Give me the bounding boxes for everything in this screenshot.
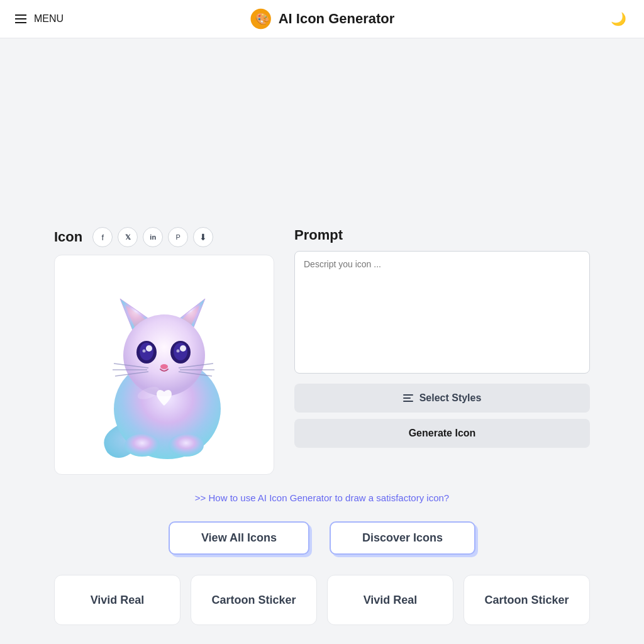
linkedin-share-button[interactable]: in xyxy=(143,227,163,247)
style-card-1[interactable]: Cartoon Sticker xyxy=(191,575,317,625)
menu-button[interactable]: MENU xyxy=(15,13,64,25)
style-card-label-1: Cartoon Sticker xyxy=(211,594,296,607)
svg-point-13 xyxy=(177,350,180,353)
icon-preview-box xyxy=(54,255,274,475)
prompt-panel: Prompt Select Styles Generate Icon xyxy=(294,227,590,448)
generate-icon-button[interactable]: Generate Icon xyxy=(294,419,590,448)
discover-label: Discover Icons xyxy=(362,531,443,544)
twitter-share-button[interactable]: 𝕏 xyxy=(118,227,138,247)
header: MENU 🎨 AI Icon Generator 🌙 xyxy=(0,0,644,38)
header-center: 🎨 AI Icon Generator xyxy=(250,8,395,30)
pinterest-share-button[interactable]: P xyxy=(168,227,188,247)
svg-point-5 xyxy=(123,314,205,396)
select-styles-button[interactable]: Select Styles xyxy=(294,384,590,413)
hamburger-icon xyxy=(15,14,26,23)
style-card-3[interactable]: Cartoon Sticker xyxy=(464,575,590,625)
discover-icons-button[interactable]: Discover Icons xyxy=(330,521,475,555)
download-button[interactable]: ⬇ xyxy=(193,227,213,247)
icon-panel-header: Icon f 𝕏 in P ⬇ xyxy=(54,227,274,247)
app-logo-icon: 🎨 xyxy=(250,8,272,30)
svg-point-11 xyxy=(174,343,187,360)
prompt-title: Prompt xyxy=(294,227,590,243)
app-title: AI Icon Generator xyxy=(279,11,395,27)
cat-preview-image xyxy=(76,270,252,459)
view-all-label: View All Icons xyxy=(201,531,277,544)
icon-panel: Icon f 𝕏 in P ⬇ xyxy=(54,227,274,475)
icon-panel-title: Icon xyxy=(54,229,82,245)
style-card-label-0: Vivid Real xyxy=(91,594,145,607)
view-all-icons-button[interactable]: View All Icons xyxy=(169,521,309,555)
generator-section: Icon f 𝕏 in P ⬇ xyxy=(54,227,590,475)
social-share-group: f 𝕏 in P ⬇ xyxy=(92,227,213,247)
style-card-2[interactable]: Vivid Real xyxy=(327,575,453,625)
svg-point-4 xyxy=(169,434,204,457)
svg-point-8 xyxy=(146,345,152,352)
svg-point-12 xyxy=(180,345,186,352)
how-to-link[interactable]: >> How to use AI Icon Generator to draw … xyxy=(195,492,449,503)
main-content: Icon f 𝕏 in P ⬇ xyxy=(39,214,605,644)
svg-point-7 xyxy=(140,343,153,360)
style-card-label-3: Cartoon Sticker xyxy=(484,594,569,607)
style-cards-row: Vivid Real Cartoon Sticker Vivid Real Ca… xyxy=(54,575,590,625)
dark-mode-button[interactable]: 🌙 xyxy=(608,9,629,29)
generate-label: Generate Icon xyxy=(409,428,476,438)
svg-point-3 xyxy=(125,434,160,457)
facebook-share-button[interactable]: f xyxy=(92,227,113,247)
svg-point-9 xyxy=(143,350,146,353)
action-buttons-group: View All Icons Discover Icons xyxy=(54,521,590,555)
svg-point-14 xyxy=(160,364,168,369)
ad-banner xyxy=(0,38,644,214)
svg-text:🎨: 🎨 xyxy=(255,12,270,26)
prompt-textarea[interactable] xyxy=(294,251,590,374)
style-card-label-2: Vivid Real xyxy=(364,594,418,607)
style-card-0[interactable]: Vivid Real xyxy=(54,575,180,625)
select-styles-label: Select Styles xyxy=(419,392,482,404)
list-icon xyxy=(403,394,413,402)
menu-label: MENU xyxy=(34,13,64,25)
how-to-section: >> How to use AI Icon Generator to draw … xyxy=(54,492,590,504)
